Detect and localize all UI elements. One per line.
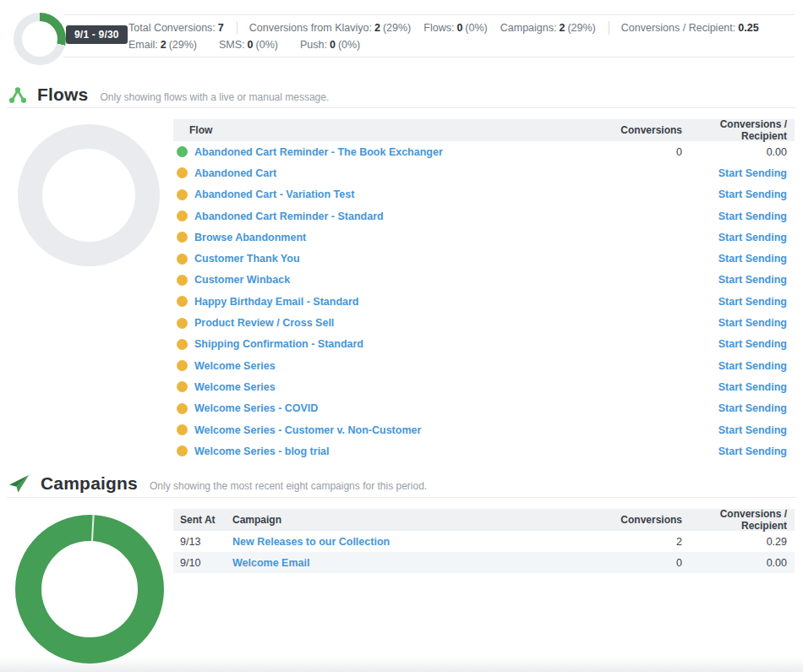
start-sending-link[interactable]: Start Sending bbox=[718, 253, 787, 265]
flow-row: Welcome Series - Customer v. Non-Custome… bbox=[173, 419, 795, 440]
start-sending-link[interactable]: Start Sending bbox=[718, 167, 787, 179]
flow-name-link[interactable]: Abandoned Cart Reminder - The Book Excha… bbox=[194, 146, 581, 158]
flows-divider-rule bbox=[7, 107, 796, 108]
stat-email: Email:2(29%) bbox=[128, 39, 197, 51]
flow-status-manual-dot bbox=[177, 445, 188, 456]
campaign-name-link[interactable]: New Releases to our Collection bbox=[232, 536, 581, 548]
flow-name-link[interactable]: Abandoned Cart Reminder - Standard bbox=[194, 210, 581, 222]
flow-name-link[interactable]: Abandoned Cart - Variation Test bbox=[194, 188, 581, 200]
campaigns-title: Campaigns bbox=[41, 473, 138, 494]
date-range-badge[interactable]: 9/1 - 9/30 bbox=[66, 25, 128, 44]
flow-row: Customer Winback Start Sending bbox=[173, 270, 795, 291]
flow-name-link[interactable]: Happy Birthday Email - Standard bbox=[194, 296, 581, 308]
start-sending-link[interactable]: Start Sending bbox=[718, 274, 787, 286]
flow-row: Welcome Series Start Sending bbox=[173, 376, 795, 397]
start-sending-link[interactable]: Start Sending bbox=[718, 424, 787, 436]
paper-plane-icon bbox=[8, 473, 30, 494]
flow-name-link[interactable]: Welcome Series - Customer v. Non-Custome… bbox=[194, 424, 581, 436]
flow-name-link[interactable]: Customer Thank You bbox=[194, 253, 581, 265]
overview-stats: Total Conversions:7 Conversions from Kla… bbox=[63, 14, 795, 57]
flow-row: Abandoned Cart Reminder - The Book Excha… bbox=[173, 141, 795, 162]
stat-conversions-from-klaviyo: Conversions from Klaviyo:2(29%) bbox=[249, 22, 412, 34]
campaigns-divider-rule bbox=[7, 497, 796, 498]
flow-name-link[interactable]: Welcome Series bbox=[194, 381, 581, 393]
campaign-row: 9/10 Welcome Email 0 0.00 bbox=[173, 552, 795, 573]
flow-row: Shipping Confirmation - Standard Start S… bbox=[173, 334, 795, 355]
flow-status-manual-dot bbox=[177, 232, 188, 243]
stat-conversions-per-recipient: Conversions / Recipient:0.25 bbox=[621, 22, 759, 34]
campaigns-donut-chart bbox=[15, 515, 164, 664]
flow-status-live-dot bbox=[177, 146, 188, 157]
flows-donut-chart bbox=[18, 124, 160, 266]
stat-campaigns: Campaigns:2(29%) bbox=[500, 22, 596, 34]
flow-cpr-value: 0.00 bbox=[682, 146, 795, 158]
campaign-conversions-value: 2 bbox=[581, 536, 682, 548]
start-sending-link[interactable]: Start Sending bbox=[718, 210, 787, 222]
campaign-name-link[interactable]: Welcome Email bbox=[232, 557, 581, 569]
start-sending-link[interactable]: Start Sending bbox=[718, 296, 787, 308]
overview-conversion-donut-chart bbox=[14, 13, 66, 65]
flow-name-link[interactable]: Welcome Series bbox=[194, 360, 581, 372]
campaigns-table-header: Sent At Campaign Conversions Conversions… bbox=[173, 509, 795, 531]
campaign-cpr-value: 0.29 bbox=[682, 536, 795, 548]
start-sending-link[interactable]: Start Sending bbox=[718, 360, 787, 372]
flow-name-link[interactable]: Welcome Series - blog trial bbox=[194, 445, 581, 457]
flow-row: Abandoned Cart Reminder - Standard Start… bbox=[173, 205, 795, 227]
stat-sms: SMS:0(0%) bbox=[219, 39, 278, 51]
campaign-row: 9/13 New Releases to our Collection 2 0.… bbox=[173, 531, 795, 552]
flow-row: Product Review / Cross Sell Start Sendin… bbox=[173, 312, 795, 333]
stat-total-conversions: Total Conversions:7 bbox=[128, 22, 224, 34]
flow-status-manual-dot bbox=[177, 189, 188, 200]
flow-name-link[interactable]: Browse Abandonment bbox=[194, 232, 581, 243]
flow-status-manual-dot bbox=[177, 381, 188, 392]
stat-divider bbox=[609, 21, 609, 35]
start-sending-link[interactable]: Start Sending bbox=[718, 232, 787, 243]
flow-status-manual-dot bbox=[177, 210, 188, 221]
flows-title: Flows bbox=[37, 85, 89, 105]
flow-name-link[interactable]: Welcome Series - COVID bbox=[194, 402, 581, 414]
flow-status-manual-dot bbox=[177, 275, 188, 286]
campaign-sent-at: 9/10 bbox=[180, 557, 226, 569]
flow-name-link[interactable]: Shipping Confirmation - Standard bbox=[194, 338, 581, 350]
campaigns-section-header: Campaigns Only showing the most recent e… bbox=[8, 471, 427, 496]
campaign-sent-at: 9/13 bbox=[180, 536, 226, 548]
flow-name-link[interactable]: Product Review / Cross Sell bbox=[194, 317, 581, 329]
flows-section-header: Flows Only showing flows with a live or … bbox=[8, 82, 329, 107]
campaign-cpr-value: 0.00 bbox=[682, 557, 795, 569]
flow-status-manual-dot bbox=[177, 318, 188, 329]
flow-status-manual-dot bbox=[177, 339, 188, 350]
start-sending-link[interactable]: Start Sending bbox=[718, 381, 787, 393]
flow-status-manual-dot bbox=[177, 296, 188, 307]
stat-push: Push:0(0%) bbox=[300, 39, 360, 51]
campaigns-subtitle: Only showing the most recent eight campa… bbox=[150, 480, 427, 492]
flow-name-link[interactable]: Abandoned Cart bbox=[194, 167, 581, 179]
flow-name-link[interactable]: Customer Winback bbox=[194, 274, 581, 286]
flow-row: Abandoned Cart - Variation Test Start Se… bbox=[173, 184, 795, 205]
flows-col-flow: Flow bbox=[189, 124, 581, 136]
start-sending-link[interactable]: Start Sending bbox=[718, 317, 787, 329]
flow-status-manual-dot bbox=[177, 424, 188, 435]
flow-status-manual-dot bbox=[177, 403, 188, 414]
flows-subtitle: Only showing flows with a live or manual… bbox=[101, 91, 330, 103]
flows-col-conversions: Conversions bbox=[581, 124, 682, 136]
flow-row: Browse Abandonment Start Sending bbox=[173, 227, 795, 248]
flow-status-manual-dot bbox=[177, 360, 188, 371]
flow-row: Abandoned Cart Start Sending bbox=[173, 162, 795, 183]
donut-segment-divider bbox=[91, 515, 95, 542]
campaigns-col-sent-at: Sent At bbox=[180, 514, 226, 526]
campaigns-col-cpr: Conversions / Recipient bbox=[682, 508, 795, 532]
start-sending-link[interactable]: Start Sending bbox=[718, 402, 787, 414]
flow-row: Customer Thank You Start Sending bbox=[173, 248, 795, 269]
flow-status-manual-dot bbox=[177, 254, 188, 265]
overview-stats-row2: Email:2(29%) SMS:0(0%) Push:0(0%) bbox=[128, 39, 795, 51]
campaigns-col-campaign: Campaign bbox=[232, 514, 581, 526]
flow-row: Welcome Series - COVID Start Sending bbox=[173, 398, 795, 419]
flows-table-header: Flow Conversions Conversions / Recipient bbox=[173, 119, 795, 141]
flows-table: Flow Conversions Conversions / Recipient… bbox=[173, 119, 795, 462]
start-sending-link[interactable]: Start Sending bbox=[718, 338, 787, 350]
start-sending-link[interactable]: Start Sending bbox=[718, 445, 787, 457]
flow-row: Happy Birthday Email - Standard Start Se… bbox=[173, 291, 795, 312]
start-sending-link[interactable]: Start Sending bbox=[718, 188, 787, 200]
flow-status-manual-dot bbox=[177, 167, 188, 178]
campaigns-table: Sent At Campaign Conversions Conversions… bbox=[173, 509, 795, 573]
